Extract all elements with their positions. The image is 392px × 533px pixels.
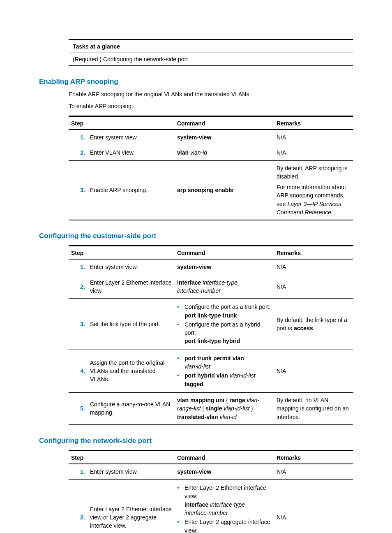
step-command: Enter Layer 2 Ethernet interface view:in… (175, 480, 274, 533)
step-command: port trunk permit vlanvlan-id-list port … (175, 350, 274, 392)
list-item: Enter Layer 2 Ethernet interface view:in… (177, 484, 272, 517)
net-th-command: Command (175, 450, 274, 464)
step-number: 1. (69, 464, 88, 480)
step-command: arp snooping enable (175, 160, 274, 220)
step-desc: Enable ARP snooping. (88, 160, 175, 220)
cmd-bold: tagged (184, 381, 203, 387)
tasks-row: (Required.) Configuring the network-side… (69, 53, 353, 66)
step-desc: Enter Layer 2 Ethernet interface view. (88, 275, 175, 299)
step-remarks: N/A (274, 480, 353, 533)
cmd-bold: vlan mapping uni (177, 397, 224, 403)
cmd-italic: vlan-id-list (222, 405, 249, 412)
step-number: 1. (69, 130, 88, 145)
step-remarks: N/A (274, 259, 353, 275)
cmd-text: Configure the port as a trunk port: (184, 304, 270, 310)
step-remarks: By default, ARP snooping is disabled. Fo… (274, 160, 353, 220)
remarks-line: For more information about ARP snooping … (277, 183, 350, 216)
step-number: 2. (69, 480, 88, 533)
step-number: 2. (69, 145, 88, 160)
cmd-bold: port link-type hybrid (184, 338, 240, 344)
cmd-italic: interface-type (208, 501, 245, 508)
table-row: 1. Enter system view. system-view N/A (69, 464, 353, 480)
remarks-text: . (313, 325, 315, 331)
arp-th-command: Command (175, 116, 274, 130)
step-number: 3. (69, 299, 88, 350)
heading-network-side: Configuring the network-side port (39, 437, 353, 445)
step-remarks: N/A (274, 145, 353, 160)
cmd-italic: vlan-id (189, 149, 207, 156)
step-command: vlan mapping uni { range vlan-range-list… (175, 392, 274, 424)
remarks-line: By default, ARP snooping is disabled. (277, 164, 350, 181)
cmd-bold: port link-type trunk (184, 312, 237, 319)
step-command: system-view (175, 259, 274, 275)
table-row: 2. Enter Layer 2 Ethernet interface view… (69, 275, 353, 299)
cmd-bold: port hybrid vlan (184, 372, 228, 379)
step-remarks: N/A (274, 275, 353, 299)
step-command: vlan vlan-id (175, 145, 274, 160)
table-row: 1. Enter system view. system-view N/A (69, 130, 353, 145)
cmd-bold: interface (177, 279, 201, 286)
list-item: Enter Layer 2 aggregate interface view:i… (177, 518, 272, 533)
cust-steps-table: Step Command Remarks 1. Enter system vie… (69, 245, 353, 425)
cmd-italic: interface-number (177, 287, 221, 294)
step-number: 3. (69, 160, 88, 220)
step-number: 2. (69, 275, 88, 299)
step-remarks: N/A (274, 130, 353, 145)
step-command: system-view (175, 464, 274, 480)
page-content: Tasks at a glance (Required.) Configurin… (0, 0, 392, 533)
step-number: 4. (69, 350, 88, 392)
step-desc: Enter system view. (88, 259, 175, 275)
cmd-text: Configure the port as a hybrid port: (184, 321, 260, 336)
table-row: 3. Set the link type of the port. Config… (69, 299, 353, 350)
cust-th-command: Command (175, 246, 274, 260)
heading-customer-side: Configuring the customer-side port (39, 232, 353, 240)
cust-th-step: Step (69, 246, 175, 260)
arp-table-wrap: Step Command Remarks 1. Enter system vie… (69, 116, 353, 220)
step-remarks: N/A (274, 350, 353, 392)
table-row: 2. Enter Layer 2 Ethernet interface view… (69, 480, 353, 533)
arp-th-remarks: Remarks (274, 116, 353, 130)
step-remarks: By default, the link type of a port is a… (274, 299, 353, 350)
step-desc: Configure a many-to-one VLAN mapping. (88, 392, 175, 424)
cmd-bold: translated-vlan (177, 414, 218, 420)
arp-para-2: To enable ARP snooping: (69, 102, 353, 111)
cmd-text: } (249, 405, 253, 412)
net-table-wrap: Step Command Remarks 1. Enter system vie… (69, 450, 353, 533)
list-item: Configure the port as a trunk port:port … (177, 303, 272, 320)
step-command: system-view (175, 130, 274, 145)
net-th-step: Step (69, 450, 175, 464)
cmd-text: | (201, 405, 205, 412)
step-desc: Set the link type of the port. (88, 299, 175, 350)
remarks-bold: access (294, 325, 313, 331)
cmd-bold: interface (184, 501, 208, 508)
list-item: Configure the port as a hybrid port:port… (177, 320, 272, 345)
table-row: 3. Enable ARP snooping. arp snooping ena… (69, 160, 353, 220)
arp-steps-table: Step Command Remarks 1. Enter system vie… (69, 116, 353, 220)
arp-th-step: Step (69, 116, 175, 130)
cmd-bold: single (205, 405, 222, 412)
step-desc: Enter Layer 2 Ethernet interface view or… (88, 480, 175, 533)
cmd-text: Enter Layer 2 Ethernet interface view: (184, 484, 266, 499)
cmd-italic: vlan-id-list (228, 372, 256, 379)
step-remarks: By default, no VLAN mapping is configure… (274, 392, 353, 424)
table-row: 4. Assign the port to the original VLANs… (69, 350, 353, 392)
net-th-remarks: Remarks (274, 450, 353, 464)
net-steps-table: Step Command Remarks 1. Enter system vie… (69, 450, 353, 533)
cust-table-wrap: Step Command Remarks 1. Enter system vie… (69, 245, 353, 425)
table-row: 2. Enter VLAN view. vlan vlan-id N/A (69, 145, 353, 160)
tasks-table: Tasks at a glance (Required.) Configurin… (69, 39, 353, 66)
table-row: 5. Configure a many-to-one VLAN mapping.… (69, 392, 353, 424)
cust-th-remarks: Remarks (274, 246, 353, 260)
cmd-italic: interface-type (201, 279, 238, 286)
cmd-italic: interface-number (184, 510, 228, 516)
step-desc: Enter system view. (88, 464, 175, 480)
heading-arp-snooping: Enabling ARP snooping (39, 78, 353, 86)
cmd-bold: range (230, 397, 245, 403)
tasks-header: Tasks at a glance (69, 40, 353, 53)
step-desc: Enter VLAN view. (88, 145, 175, 160)
cmd-bold: port trunk permit vlan (184, 355, 244, 362)
tasks-table-wrap: Tasks at a glance (Required.) Configurin… (69, 39, 353, 66)
arp-para-1: Enable ARP snooping for the original VLA… (69, 90, 353, 99)
step-command: Configure the port as a trunk port:port … (175, 299, 274, 350)
cmd-text: Enter Layer 2 aggregate interface view: (184, 519, 270, 533)
